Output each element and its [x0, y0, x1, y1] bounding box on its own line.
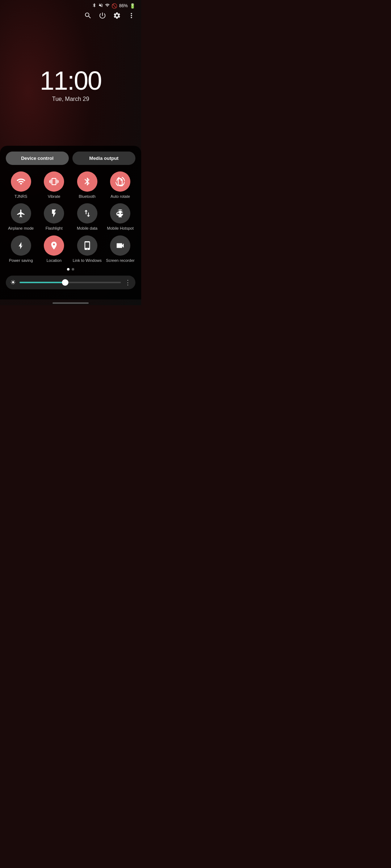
power-saving-circle — [11, 235, 31, 256]
brightness-icon: ☀ — [10, 278, 16, 286]
wifi-label: TJNRS — [14, 194, 27, 199]
settings-action-icon[interactable] — [113, 12, 121, 21]
search-action-icon[interactable] — [84, 12, 92, 21]
alarm-status-icon: 🚫 — [112, 3, 117, 9]
home-indicator — [0, 299, 141, 305]
status-bar: 🚫 86% 🔋 — [0, 0, 141, 10]
hotspot-circle — [110, 203, 130, 224]
auto-rotate-label: Auto rotate — [110, 194, 130, 199]
screen-recorder-circle — [110, 235, 130, 256]
quick-actions-bar — [0, 10, 141, 24]
home-bar — [52, 302, 89, 304]
toggle-auto-rotate[interactable]: Auto rotate — [105, 171, 136, 199]
toggle-airplane[interactable]: Airplane mode — [6, 203, 36, 231]
toggle-link-windows[interactable]: Link to Windows — [72, 235, 102, 263]
wifi-circle — [11, 171, 31, 192]
auto-rotate-circle — [110, 171, 130, 192]
bluetooth-label: Bluetooth — [79, 194, 96, 199]
clock-area: 11:00 Tue, March 29 — [0, 24, 141, 146]
page-dot-1 — [67, 268, 70, 271]
toggle-mobile-data[interactable]: Mobile data — [72, 203, 102, 231]
mute-status-icon — [98, 3, 103, 9]
toggle-screen-recorder[interactable]: Screen recorder — [105, 235, 136, 263]
flashlight-circle — [44, 203, 64, 224]
airplane-label: Airplane mode — [8, 226, 34, 231]
brightness-thumb[interactable] — [62, 279, 68, 286]
battery-icon: 🔋 — [130, 3, 135, 9]
page-dot-2 — [72, 268, 74, 271]
vibrate-label: Vibrate — [48, 194, 60, 199]
vibrate-circle — [44, 171, 64, 192]
wifi-status-icon — [105, 3, 110, 9]
more-action-icon[interactable] — [127, 12, 135, 21]
bluetooth-status-icon — [92, 3, 97, 9]
location-circle — [44, 235, 64, 256]
tab-media-output[interactable]: Media output — [72, 152, 135, 165]
toggle-hotspot[interactable]: Mobile Hotspot — [105, 203, 136, 231]
toggle-grid: TJNRS Vibrate Bluetooth — [6, 171, 135, 263]
link-windows-label: Link to Windows — [73, 258, 102, 263]
toggle-location[interactable]: Location — [39, 235, 70, 263]
control-panel: Device control Media output TJNRS Vibrat… — [0, 146, 141, 299]
brightness-slider-row[interactable]: ☀ ⋮ — [6, 276, 135, 289]
link-windows-circle — [77, 235, 97, 256]
status-icons: 🚫 86% 🔋 — [92, 3, 135, 9]
flashlight-label: Flashlight — [46, 226, 63, 231]
airplane-circle — [11, 203, 31, 224]
clock-date: Tue, March 29 — [52, 96, 89, 102]
toggle-flashlight[interactable]: Flashlight — [39, 203, 70, 231]
brightness-track[interactable] — [20, 282, 121, 283]
power-saving-label: Power saving — [9, 258, 33, 263]
brightness-fill — [20, 282, 65, 283]
brightness-more-icon[interactable]: ⋮ — [125, 278, 131, 286]
toggle-vibrate[interactable]: Vibrate — [39, 171, 70, 199]
mobile-data-circle — [77, 203, 97, 224]
power-action-icon[interactable] — [98, 12, 106, 21]
bluetooth-circle — [77, 171, 97, 192]
clock-time: 11:00 — [40, 68, 101, 94]
screen-recorder-label: Screen recorder — [106, 258, 135, 263]
toggle-bluetooth[interactable]: Bluetooth — [72, 171, 102, 199]
location-label: Location — [46, 258, 62, 263]
tab-row: Device control Media output — [6, 152, 135, 165]
hotspot-label: Mobile Hotspot — [107, 226, 134, 231]
toggle-wifi[interactable]: TJNRS — [6, 171, 36, 199]
battery-percent: 86% — [119, 3, 128, 8]
page-dots — [6, 268, 135, 271]
mobile-data-label: Mobile data — [77, 226, 97, 231]
toggle-power-saving[interactable]: Power saving — [6, 235, 36, 263]
tab-device-control[interactable]: Device control — [6, 152, 69, 165]
